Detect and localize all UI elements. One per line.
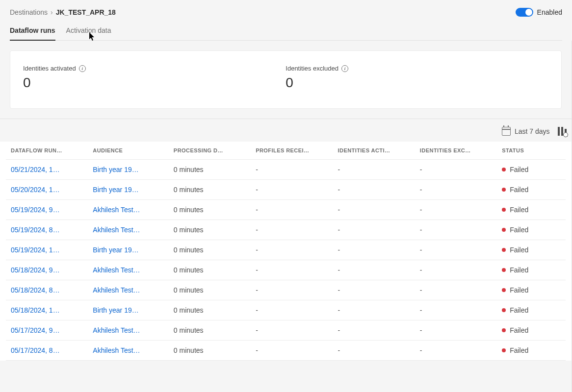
identities-activated-cell: - <box>333 280 415 300</box>
processing-duration-cell: 0 minutes <box>169 160 251 180</box>
audience-link[interactable]: Akhilesh Test… <box>93 286 140 294</box>
audience-link[interactable]: Birth year 19… <box>93 166 138 173</box>
profiles-received-cell: - <box>251 180 333 200</box>
identities-activated-label: Identities activated <box>23 65 76 72</box>
status-failed-icon <box>502 188 506 192</box>
col-audience[interactable]: AUDIENCE <box>88 142 169 160</box>
identities-activated-cell: - <box>333 320 415 341</box>
identities-excluded-cell: - <box>415 320 497 341</box>
run-start-link[interactable]: 05/18/2024, 8… <box>11 286 60 294</box>
table-row[interactable]: 05/17/2024, 8…Akhilesh Test…0 minutes---… <box>6 341 566 361</box>
identities-excluded-cell: - <box>415 180 497 200</box>
run-start-link[interactable]: 05/17/2024, 8… <box>11 346 60 354</box>
identities-excluded-cell: - <box>415 160 497 180</box>
status-cell: Failed <box>502 186 560 194</box>
tabs: Dataflow runs Activation data <box>10 23 562 41</box>
processing-duration-cell: 0 minutes <box>169 220 251 240</box>
identities-activated-cell: - <box>333 220 415 240</box>
table-row[interactable]: 05/18/2024, 8…Akhilesh Test…0 minutes---… <box>6 280 566 300</box>
tab-dataflow-runs[interactable]: Dataflow runs <box>10 23 55 40</box>
table-row[interactable]: 05/20/2024, 1…Birth year 19…0 minutes---… <box>6 180 566 200</box>
breadcrumb: Destinations › JK_TEST_APR_18 <box>10 8 116 16</box>
table-row[interactable]: 05/17/2024, 9…Akhilesh Test…0 minutes---… <box>6 320 566 341</box>
run-start-link[interactable]: 05/19/2024, 9… <box>11 206 60 214</box>
table-row[interactable]: 05/19/2024, 1…Birth year 19…0 minutes---… <box>6 240 566 260</box>
table-row[interactable]: 05/19/2024, 8…Akhilesh Test…0 minutes---… <box>6 220 566 240</box>
processing-duration-cell: 0 minutes <box>169 341 251 361</box>
table-row[interactable]: 05/21/2024, 1…Birth year 19…0 minutes---… <box>6 160 566 180</box>
processing-duration-cell: 0 minutes <box>169 180 251 200</box>
enabled-toggle-label: Enabled <box>537 8 562 16</box>
col-dataflow-run-start[interactable]: DATAFLOW RUN… <box>6 142 88 160</box>
profiles-received-cell: - <box>251 341 333 361</box>
enabled-toggle[interactable] <box>516 8 533 17</box>
audience-link[interactable]: Akhilesh Test… <box>93 346 140 354</box>
info-icon[interactable]: i <box>79 65 86 72</box>
col-profiles-received[interactable]: PROFILES RECEI… <box>251 142 333 160</box>
status-failed-icon <box>502 168 506 172</box>
identities-excluded-cell: - <box>415 300 497 320</box>
identities-activated-value: 0 <box>23 75 286 91</box>
status-failed-icon <box>502 308 506 312</box>
table-row[interactable]: 05/18/2024, 9…Akhilesh Test…0 minutes---… <box>6 260 566 280</box>
identities-excluded-cell: - <box>415 240 497 260</box>
run-start-link[interactable]: 05/17/2024, 9… <box>11 326 60 334</box>
identities-activated-cell: - <box>333 180 415 200</box>
status-cell: Failed <box>502 286 560 294</box>
identities-excluded-cell: - <box>415 200 497 220</box>
col-identities-excluded[interactable]: IDENTITIES EXC… <box>415 142 497 160</box>
audience-link[interactable]: Akhilesh Test… <box>93 326 140 334</box>
profiles-received-cell: - <box>251 280 333 300</box>
status-cell: Failed <box>502 226 560 234</box>
identities-activated-cell: - <box>333 200 415 220</box>
status-cell: Failed <box>502 166 560 173</box>
date-range-picker[interactable]: Last 7 days <box>502 127 550 136</box>
status-cell: Failed <box>502 326 560 334</box>
profiles-received-cell: - <box>251 160 333 180</box>
identities-excluded-cell: - <box>415 260 497 280</box>
profiles-received-cell: - <box>251 240 333 260</box>
calendar-icon <box>502 127 511 136</box>
processing-duration-cell: 0 minutes <box>169 240 251 260</box>
status-failed-icon <box>502 268 506 272</box>
status-failed-icon <box>502 328 506 332</box>
summary-card: Identities activated i 0 Identities excl… <box>10 50 562 109</box>
col-processing-duration[interactable]: PROCESSING D… <box>169 142 251 160</box>
processing-duration-cell: 0 minutes <box>169 200 251 220</box>
col-identities-activated[interactable]: IDENTITIES ACTI… <box>333 142 415 160</box>
column-settings-icon[interactable] <box>558 127 567 136</box>
status-failed-icon <box>502 248 506 252</box>
run-start-link[interactable]: 05/18/2024, 9… <box>11 266 60 274</box>
processing-duration-cell: 0 minutes <box>169 260 251 280</box>
status-failed-icon <box>502 348 506 352</box>
run-start-link[interactable]: 05/18/2024, 1… <box>11 306 60 314</box>
run-start-link[interactable]: 05/19/2024, 8… <box>11 226 60 234</box>
breadcrumb-parent[interactable]: Destinations <box>10 8 48 16</box>
identities-activated-cell: - <box>333 260 415 280</box>
status-cell: Failed <box>502 266 560 274</box>
tab-activation-data[interactable]: Activation data <box>66 23 111 40</box>
audience-link[interactable]: Birth year 19… <box>93 186 138 194</box>
run-start-link[interactable]: 05/19/2024, 1… <box>11 246 60 254</box>
chevron-right-icon: › <box>51 8 53 16</box>
identities-excluded-cell: - <box>415 220 497 240</box>
table-row[interactable]: 05/19/2024, 9…Akhilesh Test…0 minutes---… <box>6 200 566 220</box>
audience-link[interactable]: Birth year 19… <box>93 246 138 254</box>
info-icon[interactable]: i <box>341 65 348 72</box>
identities-activated-cell: - <box>333 240 415 260</box>
dataflow-runs-table: DATAFLOW RUN… AUDIENCE PROCESSING D… PRO… <box>6 142 566 361</box>
profiles-received-cell: - <box>251 200 333 220</box>
audience-link[interactable]: Akhilesh Test… <box>93 206 140 214</box>
profiles-received-cell: - <box>251 260 333 280</box>
status-cell: Failed <box>502 246 560 254</box>
status-cell: Failed <box>502 206 560 214</box>
run-start-link[interactable]: 05/20/2024, 1… <box>11 186 60 194</box>
table-row[interactable]: 05/18/2024, 1…Birth year 19…0 minutes---… <box>6 300 566 320</box>
audience-link[interactable]: Akhilesh Test… <box>93 266 140 274</box>
status-failed-icon <box>502 288 506 292</box>
col-status[interactable]: STATUS <box>497 142 565 160</box>
audience-link[interactable]: Akhilesh Test… <box>93 226 140 234</box>
identities-activated-cell: - <box>333 160 415 180</box>
audience-link[interactable]: Birth year 19… <box>93 306 138 314</box>
run-start-link[interactable]: 05/21/2024, 1… <box>11 166 60 173</box>
